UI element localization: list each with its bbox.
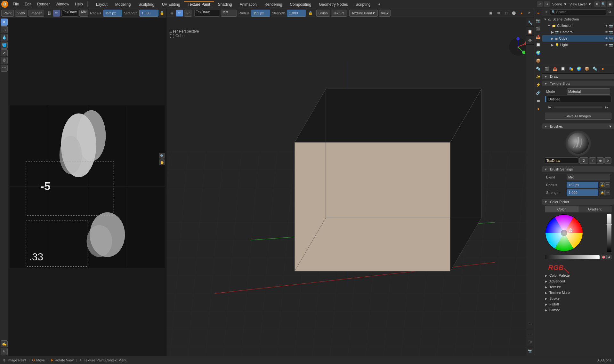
menu-render[interactable]: Render — [35, 1, 52, 7]
prop-world-icon[interactable]: 🌍 — [575, 65, 583, 73]
overlay-top-icon[interactable]: ▣ — [607, 1, 613, 7]
brushes-dropdown-icon[interactable]: ▼ — [609, 124, 612, 128]
prop-modifier-icon[interactable]: 🔩 — [591, 65, 599, 73]
color-picker-icon[interactable]: 🎯 — [601, 255, 606, 259]
camera-icon[interactable]: 📷 — [526, 347, 534, 355]
particles-icon[interactable]: ✨ — [535, 73, 542, 81]
modifier-icon[interactable]: 🔩 — [535, 65, 542, 73]
view-icon[interactable]: 👁 — [526, 36, 534, 45]
tab-layout[interactable]: Layout — [92, 1, 111, 7]
save-all-btn[interactable]: Save All Images — [545, 113, 611, 120]
search-top-icon[interactable]: 🔍 — [601, 1, 606, 7]
gradient-tool-btn[interactable]: ↗ — [1, 49, 8, 56]
tab-shading[interactable]: Shading — [214, 1, 236, 7]
texture-item[interactable]: ▶ Texture — [542, 284, 614, 290]
prop-view-layer-icon[interactable]: 🔲 — [559, 65, 567, 73]
brush-copy-icon[interactable]: ⊕ — [597, 157, 604, 164]
strength-curve-icon[interactable]: 〰 — [605, 190, 610, 195]
render-props-icon[interactable]: 🎬 — [535, 25, 542, 33]
strength-value[interactable]: 1.000 — [139, 10, 158, 17]
cube-vis-icon[interactable]: 👁 — [605, 37, 608, 40]
smooth-mode-btn[interactable]: 〰 — [184, 10, 192, 17]
radius-lock-icon[interactable]: 🔒 — [600, 182, 605, 187]
zoom-in-icon[interactable]: + — [526, 320, 534, 328]
prop-output-icon[interactable]: 📤 — [551, 65, 559, 73]
sample-tool-btn[interactable]: 💧 — [1, 34, 8, 41]
item-icon[interactable]: 📋 — [526, 28, 534, 36]
output-props-icon[interactable]: 📤 — [535, 33, 542, 41]
menu-file[interactable]: File — [10, 1, 21, 7]
collection-vis-icon[interactable]: 👁 — [605, 24, 608, 28]
bs-radius-value[interactable]: 152 px — [567, 182, 598, 188]
blend-select[interactable]: Mix — [567, 174, 610, 180]
fill-tool-btn[interactable]: 🪣 — [1, 42, 8, 49]
color-swap-icon[interactable]: ⇄ — [606, 255, 611, 259]
clone-tool-btn[interactable]: © — [1, 57, 8, 64]
outliner-icon[interactable]: ≡ — [535, 9, 542, 17]
vp-radius-value[interactable]: 152 px — [251, 10, 270, 17]
tab-sculpting[interactable]: Sculpting — [135, 1, 158, 7]
constraints-icon[interactable]: 🔗 — [535, 89, 542, 97]
cursor-tool-btn[interactable]: ↖ — [1, 348, 8, 355]
blend-mode-select[interactable]: Mix — [79, 10, 88, 17]
camera-vis-icon[interactable]: 👁 — [605, 30, 608, 34]
next-frame-icon[interactable]: ⏭ — [603, 104, 610, 111]
outliner-filter-icon[interactable]: ⚙ — [607, 9, 613, 16]
viewport-editor-icon[interactable]: 🖥 — [168, 10, 175, 17]
texture-selector-btn[interactable]: Texture — [331, 10, 347, 17]
prop-render-icon[interactable]: 🎬 — [543, 65, 551, 73]
strength-lock-icon[interactable]: 🔒 — [600, 190, 605, 195]
draw-section-header[interactable]: ▼ Draw — [542, 74, 614, 79]
select-tool-btn[interactable]: ◻ — [1, 26, 8, 33]
global-redo-icon[interactable]: ↪ — [544, 1, 550, 7]
gradient-tab[interactable]: Gradient — [578, 206, 611, 212]
brush-name-input[interactable]: TexDraw — [61, 10, 78, 17]
brush-selector-btn[interactable]: Brush — [316, 10, 330, 17]
filter-icon[interactable]: ⚙ — [594, 1, 600, 7]
outliner-camera[interactable]: ▶ 📷 Camera 👁 📷 — [542, 29, 614, 35]
image-menu-btn[interactable]: Image* — [28, 10, 44, 17]
vp-strength-value[interactable]: 1.000 — [287, 10, 306, 17]
outliner-scene-collection[interactable]: ▼ 🗂 Scene Collection — [542, 16, 614, 22]
prev-frame-icon[interactable]: ⏮ — [546, 104, 553, 111]
view-menu-btn[interactable]: View — [15, 10, 27, 17]
vp-lock-icon[interactable]: 🔒 — [307, 10, 314, 17]
tab-texture-paint[interactable]: Texture Paint — [184, 1, 214, 7]
viewport-blend-select[interactable]: Mix — [221, 10, 237, 17]
smear-tool-btn[interactable]: 〰 — [1, 65, 8, 72]
object-data-icon[interactable]: ◼ — [535, 97, 542, 105]
prop-object-icon[interactable]: 📦 — [583, 65, 591, 73]
color-picker-header[interactable]: ▼ Color Picker — [542, 199, 614, 205]
bs-strength-value[interactable]: 1.000 — [567, 189, 598, 196]
object-icon[interactable]: 📦 — [535, 57, 542, 65]
fit-icon[interactable]: ⊞ — [526, 338, 534, 346]
zoom-out-icon[interactable]: - — [526, 329, 534, 337]
advanced-item[interactable]: ▶ Advanced — [542, 278, 614, 284]
texture-slot-input[interactable]: Untitled — [547, 96, 611, 102]
viewport-brush-input[interactable]: TexDraw — [194, 10, 220, 17]
viewport-shading-wire[interactable]: ◻ — [503, 10, 510, 17]
menu-window[interactable]: Window — [53, 1, 72, 7]
world-icon[interactable]: 🌍 — [535, 49, 542, 57]
brush-number-btn[interactable]: 2 — [579, 157, 588, 164]
viewport-shading-render[interactable]: ☀ — [526, 10, 533, 17]
global-undo-icon[interactable]: ↩ — [537, 1, 543, 7]
prop-scene-icon[interactable]: 🎭 — [567, 65, 575, 73]
texture-mask-item[interactable]: ▶ Texture Mask — [542, 290, 614, 296]
cube-cam-icon[interactable]: 📷 — [609, 37, 613, 40]
camera-cam-icon[interactable]: 📷 — [609, 30, 613, 34]
zoom-icon[interactable]: 🔍 — [159, 153, 165, 159]
brush-delete-icon[interactable]: ✕ — [604, 157, 611, 164]
outliner-search-input[interactable] — [550, 9, 606, 15]
outliner-view-icon[interactable]: ≡ — [544, 9, 549, 16]
mode-select[interactable]: Material — [567, 88, 610, 95]
draw-mode-btn[interactable]: ✏ — [53, 10, 60, 17]
timeline-bar[interactable] — [554, 107, 602, 108]
radius-curve-icon[interactable]: 〰 — [605, 182, 610, 187]
paint-menu-btn[interactable]: Paint — [1, 10, 14, 17]
outliner-light[interactable]: ▶ 💡 Light 👁 📷 — [542, 42, 614, 48]
radius-value[interactable]: 152 px — [103, 10, 122, 17]
scene-selector[interactable]: Scene ▼ — [552, 2, 567, 6]
viewport-shading-solid[interactable]: ⬤ — [510, 10, 517, 17]
tab-modeling[interactable]: Modeling — [111, 1, 135, 7]
